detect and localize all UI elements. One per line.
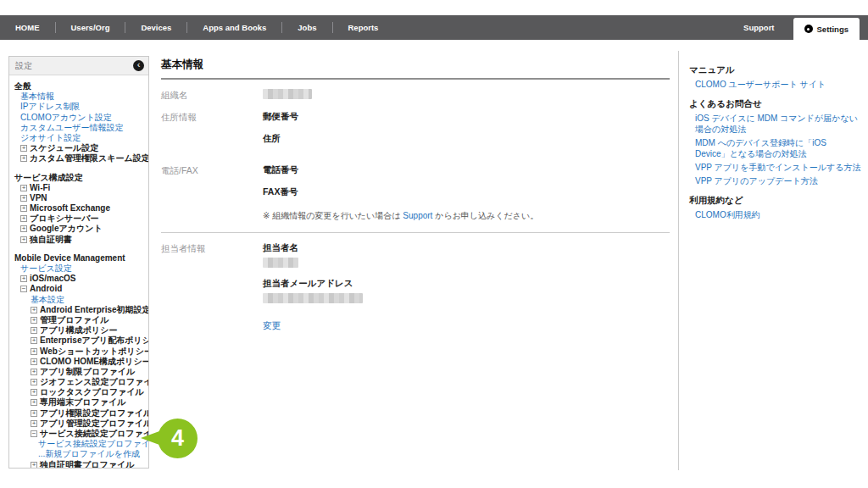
expand-icon[interactable]: + (20, 236, 27, 243)
contact-name-label: 担当者名 (263, 242, 363, 254)
tree-item[interactable]: +CLOMO HOME構成ポリシー (9, 357, 148, 367)
tree-item[interactable]: +Wi-Fi (9, 183, 148, 193)
expand-icon[interactable]: + (31, 348, 37, 355)
sidebar-header: 設定 ‹ (9, 57, 148, 75)
tree-item-label: Webショートカットポリシー (40, 347, 149, 356)
help-link[interactable]: VPP アプリのアップデート方法 (695, 175, 861, 186)
tree-item[interactable]: IPアドレス制限 (9, 102, 148, 112)
help-section-title: よくあるお問合せ (689, 98, 861, 110)
expand-icon[interactable]: + (20, 155, 27, 162)
tree-item[interactable]: サービス設定 (9, 263, 148, 274)
support-link[interactable]: Support (403, 211, 432, 220)
expand-icon[interactable]: + (20, 185, 27, 191)
tree-item[interactable]: +Microsoft Exchange (9, 203, 148, 214)
tree-item-label: CLOMOアカウント設定 (20, 113, 112, 122)
tree-item[interactable]: カスタムユーザー情報設定 (9, 123, 148, 133)
expand-icon[interactable]: + (20, 225, 27, 232)
nav-item-home[interactable]: HOME (0, 15, 55, 40)
nav-item-users-org[interactable]: Users/Org (56, 15, 125, 40)
expand-icon[interactable]: + (31, 317, 37, 324)
tree-item[interactable]: −サービス接続設定プロファイル (9, 429, 148, 439)
expand-icon[interactable]: + (31, 369, 37, 375)
clomo-settings-page: HOMEUsers/OrgDevicesApps and BooksJobsRe… (0, 0, 868, 488)
tree-item[interactable]: +Googleアカウント (9, 224, 148, 234)
expand-icon[interactable]: + (20, 205, 27, 212)
expand-icon[interactable]: + (31, 379, 37, 385)
tree-item[interactable]: 基本設定 (9, 295, 148, 305)
tree-item[interactable]: 基本情報 (9, 92, 148, 102)
tree-item-label: Googleアカウント (30, 224, 103, 233)
expand-icon[interactable]: + (31, 399, 37, 406)
nav-item-devices[interactable]: Devices (125, 15, 186, 40)
tree-item[interactable]: +ジオフェンス設定プロファイル (9, 377, 148, 387)
tree-item[interactable]: +Webショートカットポリシー (9, 347, 148, 357)
tree-item-label: アプリ権限設定プロファイル (40, 408, 149, 418)
tree-item[interactable]: +カスタム管理権限スキーム設定 (9, 153, 148, 164)
expand-icon[interactable]: + (20, 215, 27, 222)
tree-item[interactable]: +iOS/macOS (9, 274, 148, 284)
tree-item[interactable]: CLOMOアカウント設定 (9, 113, 148, 123)
tree-section-header: サービス構成設定 (9, 173, 148, 183)
expand-icon[interactable]: + (20, 275, 27, 282)
tree-item-label: 全般 (14, 81, 31, 91)
tree-item-label: サービス接続設定プロファイル (40, 429, 149, 438)
expand-icon[interactable]: + (20, 145, 27, 152)
tree-item[interactable]: +アプリ管理設定プロファイル (9, 419, 148, 429)
expand-icon[interactable]: + (31, 358, 37, 365)
help-link[interactable]: CLOMO利用規約 (695, 209, 861, 220)
help-section-title: マニュアル (689, 64, 861, 76)
expand-icon[interactable]: + (31, 337, 37, 344)
tree-item[interactable]: +スケジュール設定 (9, 143, 148, 153)
expand-icon[interactable]: + (31, 420, 37, 427)
fax-label: FAX番号 (263, 186, 538, 198)
tree-item[interactable]: +アプリ権限設定プロファイル (9, 408, 148, 419)
tree-item[interactable]: ...新規プロファイルを作成 (9, 449, 148, 459)
tree-item[interactable]: +ロックタスクプロファイル (9, 387, 148, 397)
tree-item[interactable]: +管理プロファイル (9, 315, 148, 325)
tree-item[interactable]: +Enterpriseアプリ配布ポリシー (9, 336, 148, 346)
tree-item[interactable]: +VPN (9, 193, 148, 203)
sidebar-title: 設定 (15, 60, 32, 72)
gear-icon (804, 25, 813, 33)
expand-icon[interactable]: + (20, 195, 27, 202)
expand-icon[interactable]: + (31, 307, 37, 313)
nav-item-jobs[interactable]: Jobs (282, 15, 331, 40)
tree-item[interactable]: +アプリ構成ポリシー (9, 325, 148, 336)
tree-item[interactable]: +Android Enterprise初期設定... (9, 305, 148, 315)
tree-item[interactable]: ジオサイト設定 (9, 133, 148, 143)
org-change-note: ※ 組織情報の変更を行いたい場合は Support からお申し込みください。 (263, 210, 538, 222)
expand-icon[interactable]: + (31, 327, 37, 334)
tab-settings[interactable]: Settings (793, 18, 860, 40)
tree-item[interactable]: サービス接続設定プロファイル (9, 439, 148, 449)
nav-item-reports[interactable]: Reports (333, 15, 394, 40)
change-link[interactable]: 変更 (263, 320, 281, 332)
tree-item[interactable]: +専用端末プロファイル (9, 397, 148, 408)
tree-item-label: ...新規プロファイルを作成 (38, 449, 140, 458)
phone-fax-label: 電話/FAX (161, 164, 263, 222)
nav-item-support[interactable]: Support (725, 15, 793, 40)
expand-icon[interactable]: + (31, 410, 37, 417)
contact-label: 担当者情報 (161, 242, 263, 332)
collapse-icon[interactable]: − (20, 286, 27, 292)
help-link[interactable]: CLOMO ユーザーサポート サイト (695, 79, 861, 90)
tree-item[interactable]: +アプリ制限プロファイル (9, 367, 148, 377)
contact-name-redacted (263, 258, 298, 268)
tree-item[interactable]: +独自証明書プロファイル (9, 460, 148, 469)
help-link[interactable]: MDM へのデバイス登録時に「iOS Device」となる場合の対処法 (695, 137, 861, 159)
address-label: 住所情報 (161, 111, 263, 155)
expand-icon[interactable]: + (31, 389, 37, 396)
nav-item-apps-and-books[interactable]: Apps and Books (187, 15, 281, 40)
tree-item[interactable]: +独自証明書 (9, 235, 148, 245)
tree-item[interactable]: −Android (9, 284, 148, 294)
sidebar-collapse-icon[interactable]: ‹ (133, 60, 144, 71)
help-link[interactable]: VPP アプリを手動でインストールする方法 (695, 162, 861, 173)
collapse-icon[interactable]: − (31, 430, 37, 437)
expand-icon[interactable]: + (31, 462, 37, 469)
tree-item[interactable]: +プロキシサーバー (9, 214, 148, 224)
tree-item-label: カスタム管理権限スキーム設定 (30, 153, 149, 163)
contact-email-redacted (263, 293, 363, 303)
help-panel-sections: マニュアルCLOMO ユーザーサポート サイトよくあるお問合せiOS デバイスに… (689, 64, 861, 220)
help-link[interactable]: iOS デバイスに MDM コマンドが届かない場合の対処法 (695, 113, 861, 135)
tree-item-label: CLOMO HOME構成ポリシー (40, 357, 149, 366)
tree-item-label: Mobile Device Management (14, 253, 125, 263)
